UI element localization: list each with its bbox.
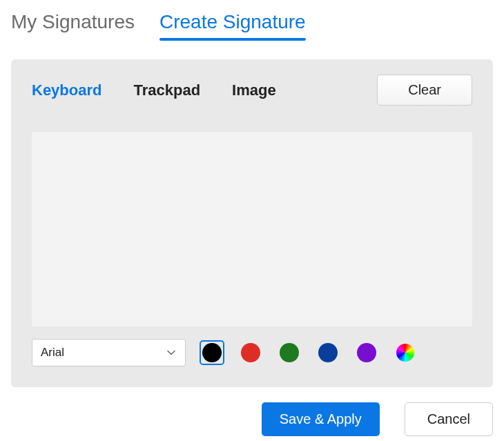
- clear-button[interactable]: Clear: [377, 75, 472, 106]
- circle-icon: [280, 343, 299, 362]
- color-swatch-blue[interactable]: [316, 340, 340, 365]
- color-swatch-custom[interactable]: [393, 340, 418, 365]
- circle-icon: [357, 343, 376, 362]
- circle-icon: [202, 343, 222, 362]
- rainbow-icon: [396, 344, 414, 362]
- chevron-down-icon: [167, 349, 175, 357]
- panel-header: Keyboard Trackpad Image Clear: [32, 75, 472, 106]
- color-swatch-purple[interactable]: [354, 340, 379, 365]
- font-select[interactable]: Arial: [32, 339, 186, 366]
- controls-row: Arial: [32, 339, 472, 366]
- input-tab-keyboard[interactable]: Keyboard: [32, 81, 101, 99]
- circle-icon: [318, 343, 338, 362]
- main-tabs: My Signatures Create Signature: [11, 11, 493, 39]
- signature-canvas[interactable]: [32, 132, 472, 326]
- tab-create-signature[interactable]: Create Signature: [159, 11, 306, 39]
- color-swatches: [200, 340, 418, 365]
- input-method-tabs: Keyboard Trackpad Image: [32, 81, 276, 99]
- color-swatch-green[interactable]: [277, 340, 302, 365]
- color-swatch-black[interactable]: [200, 340, 224, 365]
- input-tab-trackpad[interactable]: Trackpad: [133, 81, 200, 99]
- save-apply-button[interactable]: Save & Apply: [262, 402, 380, 436]
- footer-buttons: Save & Apply Cancel: [11, 402, 493, 436]
- input-tab-image[interactable]: Image: [232, 81, 276, 99]
- cancel-button[interactable]: Cancel: [405, 402, 493, 436]
- font-select-value: Arial: [41, 346, 64, 360]
- color-swatch-red[interactable]: [238, 340, 263, 365]
- tab-my-signatures[interactable]: My Signatures: [11, 11, 135, 39]
- signature-panel: Keyboard Trackpad Image Clear Arial: [11, 59, 493, 387]
- circle-icon: [241, 343, 260, 362]
